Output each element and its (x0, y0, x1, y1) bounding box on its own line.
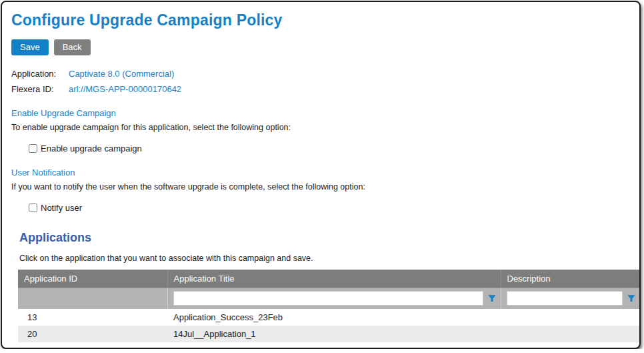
enable-campaign-checkbox-row[interactable]: Enable upgrade campaign (29, 143, 639, 153)
table-row[interactable]: 20 14Jul__Application_1 (18, 326, 640, 342)
enable-campaign-checkbox[interactable] (29, 144, 37, 153)
page-content: Configure Upgrade Campaign Policy Save B… (2, 2, 639, 342)
filter-cell-description (501, 288, 640, 309)
cell-description[interactable] (501, 309, 640, 326)
flexera-id-link[interactable]: arl://MGS-APP-00000170642 (69, 84, 181, 94)
cell-application-title[interactable]: Application_Success_23Feb (167, 309, 501, 326)
user-notification-description: If you want to notify the user when the … (11, 182, 639, 192)
notify-user-checkbox-row[interactable]: Notify user (29, 203, 639, 213)
applications-heading: Applications (19, 231, 639, 245)
filter-cell-application-id (18, 288, 167, 309)
toolbar: Save Back (11, 39, 639, 55)
filter-cell-application-title (167, 288, 501, 309)
table-filter-row (18, 288, 640, 309)
application-title-filter-input[interactable] (173, 291, 483, 306)
table-row[interactable]: 13 Application_Success_23Feb (18, 309, 640, 326)
table-header-row: Application ID Application Title Descrip… (18, 270, 640, 288)
column-header-application-title[interactable]: Application Title (167, 270, 501, 288)
application-label: Application: (11, 69, 69, 79)
enable-campaign-checkbox-label: Enable upgrade campaign (41, 143, 142, 153)
applications-table: Application ID Application Title Descrip… (18, 270, 641, 342)
flexera-id-row: Flexera ID: arl://MGS-APP-00000170642 (11, 84, 639, 94)
user-notification-heading: User Notification (11, 167, 639, 178)
application-link[interactable]: Captivate 8.0 (Commercial) (69, 69, 174, 79)
filter-icon[interactable] (487, 294, 497, 303)
notify-user-checkbox-label: Notify user (41, 203, 82, 213)
filter-icon[interactable] (627, 294, 636, 303)
page-title: Configure Upgrade Campaign Policy (11, 11, 639, 29)
flexera-id-label: Flexera ID: (11, 84, 69, 94)
back-button[interactable]: Back (54, 39, 91, 55)
column-header-application-id[interactable]: Application ID (18, 270, 167, 288)
cell-application-id[interactable]: 13 (18, 309, 167, 326)
application-row: Application: Captivate 8.0 (Commercial) (11, 69, 639, 79)
enable-campaign-description: To enable upgrade campaign for this appl… (11, 123, 639, 132)
column-header-description[interactable]: Description (501, 270, 640, 288)
cell-application-id[interactable]: 20 (18, 326, 167, 342)
configure-upgrade-campaign-window: Configure Upgrade Campaign Policy Save B… (1, 1, 641, 349)
cell-description[interactable] (501, 326, 640, 342)
notify-user-checkbox[interactable] (29, 204, 37, 212)
enable-campaign-heading: Enable Upgrade Campaign (11, 108, 639, 118)
cell-application-title[interactable]: 14Jul__Application_1 (167, 326, 501, 342)
save-button[interactable]: Save (11, 39, 49, 55)
applications-description: Click on the application that you want t… (19, 254, 639, 263)
application-info: Application: Captivate 8.0 (Commercial) … (11, 69, 639, 94)
description-filter-input[interactable] (507, 291, 623, 306)
